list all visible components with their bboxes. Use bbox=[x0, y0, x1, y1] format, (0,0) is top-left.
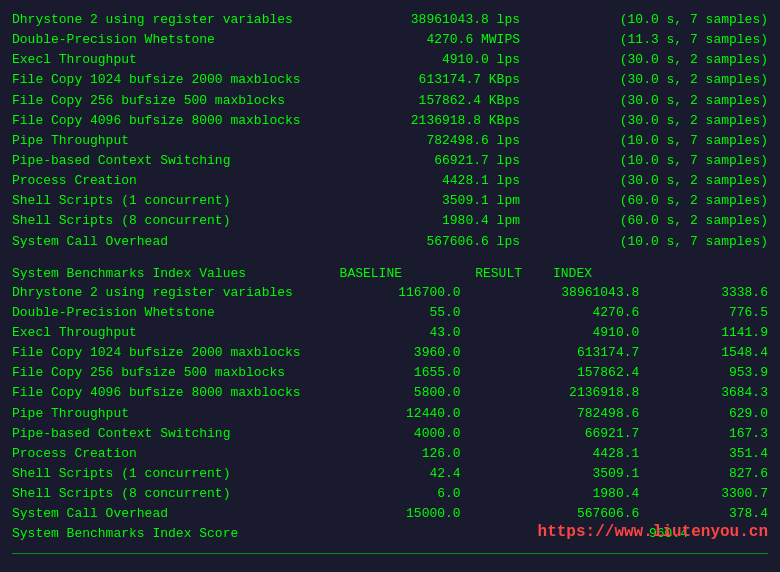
index-row-index: 1141.9 bbox=[698, 323, 768, 343]
score-row: System Benchmarks Index Score 960.4 http… bbox=[12, 524, 768, 544]
index-row-index: 3338.6 bbox=[698, 283, 768, 303]
index-result-row: Double-Precision Whetstone 55.0 4270.6 7… bbox=[12, 303, 768, 323]
index-row-label: System Call Overhead bbox=[12, 504, 312, 524]
index-row-result: 3509.1 bbox=[519, 464, 639, 484]
index-row-label: Process Creation bbox=[12, 444, 312, 464]
index-row-result: 2136918.8 bbox=[519, 383, 639, 403]
index-result-row: Shell Scripts (8 concurrent) 6.0 1980.4 … bbox=[12, 484, 768, 504]
row-label: File Copy 4096 bufsize 8000 maxblocks bbox=[12, 111, 312, 131]
index-row-baseline: 12440.0 bbox=[371, 404, 461, 424]
row-label: Double-Precision Whetstone bbox=[12, 30, 312, 50]
index-row-baseline: 3960.0 bbox=[371, 343, 461, 363]
index-row-baseline: 43.0 bbox=[371, 323, 461, 343]
index-row-index: 776.5 bbox=[698, 303, 768, 323]
raw-result-row: System Call Overhead 567606.6 lps (10.0 … bbox=[12, 232, 768, 252]
raw-result-row: File Copy 4096 bufsize 8000 maxblocks 21… bbox=[12, 111, 768, 131]
row-meta: (60.0 s, 2 samples) bbox=[608, 211, 768, 231]
row-label: File Copy 1024 bufsize 2000 maxblocks bbox=[12, 70, 312, 90]
index-row-baseline: 55.0 bbox=[371, 303, 461, 323]
row-value: 613174.7 KBps bbox=[400, 70, 520, 90]
index-result-row: File Copy 1024 bufsize 2000 maxblocks 39… bbox=[12, 343, 768, 363]
raw-result-row: File Copy 1024 bufsize 2000 maxblocks 61… bbox=[12, 70, 768, 90]
index-row-index: 3300.7 bbox=[698, 484, 768, 504]
index-row-result: 4428.1 bbox=[519, 444, 639, 464]
index-row-baseline: 126.0 bbox=[371, 444, 461, 464]
row-meta: (11.3 s, 7 samples) bbox=[608, 30, 768, 50]
index-result-row: Pipe Throughput 12440.0 782498.6 629.0 bbox=[12, 404, 768, 424]
raw-result-row: Pipe-based Context Switching 66921.7 lps… bbox=[12, 151, 768, 171]
raw-result-row: Pipe Throughput 782498.6 lps (10.0 s, 7 … bbox=[12, 131, 768, 151]
index-result-row: File Copy 256 bufsize 500 maxblocks 1655… bbox=[12, 363, 768, 383]
index-row-label: Double-Precision Whetstone bbox=[12, 303, 312, 323]
row-value: 567606.6 lps bbox=[400, 232, 520, 252]
index-row-result: 38961043.8 bbox=[519, 283, 639, 303]
row-value: 782498.6 lps bbox=[400, 131, 520, 151]
bottom-divider bbox=[12, 553, 768, 554]
row-label: Pipe Throughput bbox=[12, 131, 312, 151]
index-header-baseline: BASELINE bbox=[312, 266, 402, 281]
row-meta: (30.0 s, 2 samples) bbox=[608, 50, 768, 70]
index-result-row: Dhrystone 2 using register variables 116… bbox=[12, 283, 768, 303]
row-label: System Call Overhead bbox=[12, 232, 312, 252]
index-row-index: 351.4 bbox=[698, 444, 768, 464]
row-label: Shell Scripts (8 concurrent) bbox=[12, 211, 312, 231]
row-value: 38961043.8 lps bbox=[400, 10, 520, 30]
row-meta: (60.0 s, 2 samples) bbox=[608, 191, 768, 211]
row-meta: (30.0 s, 2 samples) bbox=[608, 70, 768, 90]
index-result-row: Pipe-based Context Switching 4000.0 6692… bbox=[12, 424, 768, 444]
index-row-result: 4910.0 bbox=[519, 323, 639, 343]
index-result-row: File Copy 4096 bufsize 8000 maxblocks 58… bbox=[12, 383, 768, 403]
index-row-baseline: 5800.0 bbox=[371, 383, 461, 403]
row-label: Process Creation bbox=[12, 171, 312, 191]
raw-result-row: Shell Scripts (8 concurrent) 1980.4 lpm … bbox=[12, 211, 768, 231]
index-row-label: Shell Scripts (8 concurrent) bbox=[12, 484, 312, 504]
row-label: Execl Throughput bbox=[12, 50, 312, 70]
index-row-label: Pipe-based Context Switching bbox=[12, 424, 312, 444]
row-label: Dhrystone 2 using register variables bbox=[12, 10, 312, 30]
row-label: File Copy 256 bufsize 500 maxblocks bbox=[12, 91, 312, 111]
index-result-row: Process Creation 126.0 4428.1 351.4 bbox=[12, 444, 768, 464]
raw-result-row: Execl Throughput 4910.0 lps (30.0 s, 2 s… bbox=[12, 50, 768, 70]
raw-result-row: Dhrystone 2 using register variables 389… bbox=[12, 10, 768, 30]
index-row-label: Dhrystone 2 using register variables bbox=[12, 283, 312, 303]
index-result-row: Shell Scripts (1 concurrent) 42.4 3509.1… bbox=[12, 464, 768, 484]
index-row-index: 3684.3 bbox=[698, 383, 768, 403]
index-row-index: 167.3 bbox=[698, 424, 768, 444]
index-header-result: RESULT bbox=[402, 266, 522, 281]
index-row-label: Pipe Throughput bbox=[12, 404, 312, 424]
index-row-result: 613174.7 bbox=[519, 343, 639, 363]
index-row-result: 782498.6 bbox=[519, 404, 639, 424]
row-meta: (30.0 s, 2 samples) bbox=[608, 91, 768, 111]
index-row-label: File Copy 1024 bufsize 2000 maxblocks bbox=[12, 343, 312, 363]
index-row-index: 953.9 bbox=[698, 363, 768, 383]
raw-result-row: Shell Scripts (1 concurrent) 3509.1 lpm … bbox=[12, 191, 768, 211]
index-header: System Benchmarks Index Values BASELINE … bbox=[12, 266, 768, 281]
row-meta: (30.0 s, 2 samples) bbox=[608, 171, 768, 191]
index-row-result: 157862.4 bbox=[519, 363, 639, 383]
row-value: 157862.4 KBps bbox=[400, 91, 520, 111]
index-header-index: INDEX bbox=[522, 266, 592, 281]
row-value: 2136918.8 KBps bbox=[400, 111, 520, 131]
row-value: 4270.6 MWIPS bbox=[400, 30, 520, 50]
index-row-baseline: 4000.0 bbox=[371, 424, 461, 444]
row-meta: (10.0 s, 7 samples) bbox=[608, 131, 768, 151]
index-row-label: Execl Throughput bbox=[12, 323, 312, 343]
row-value: 4910.0 lps bbox=[400, 50, 520, 70]
raw-result-row: Process Creation 4428.1 lps (30.0 s, 2 s… bbox=[12, 171, 768, 191]
index-header-label: System Benchmarks Index Values bbox=[12, 266, 312, 281]
index-row-index: 629.0 bbox=[698, 404, 768, 424]
index-row-baseline: 15000.0 bbox=[371, 504, 461, 524]
index-section: System Benchmarks Index Values BASELINE … bbox=[12, 266, 768, 525]
index-row-index: 1548.4 bbox=[698, 343, 768, 363]
index-result-row: Execl Throughput 43.0 4910.0 1141.9 bbox=[12, 323, 768, 343]
row-label: Shell Scripts (1 concurrent) bbox=[12, 191, 312, 211]
row-value: 4428.1 lps bbox=[400, 171, 520, 191]
index-row-baseline: 42.4 bbox=[371, 464, 461, 484]
index-row-baseline: 116700.0 bbox=[371, 283, 461, 303]
index-row-label: File Copy 4096 bufsize 8000 maxblocks bbox=[12, 383, 312, 403]
watermark: https://www.liutenyou.cn bbox=[538, 520, 768, 545]
row-value: 66921.7 lps bbox=[400, 151, 520, 171]
row-value: 3509.1 lpm bbox=[400, 191, 520, 211]
row-meta: (10.0 s, 7 samples) bbox=[608, 10, 768, 30]
index-row-baseline: 1655.0 bbox=[371, 363, 461, 383]
